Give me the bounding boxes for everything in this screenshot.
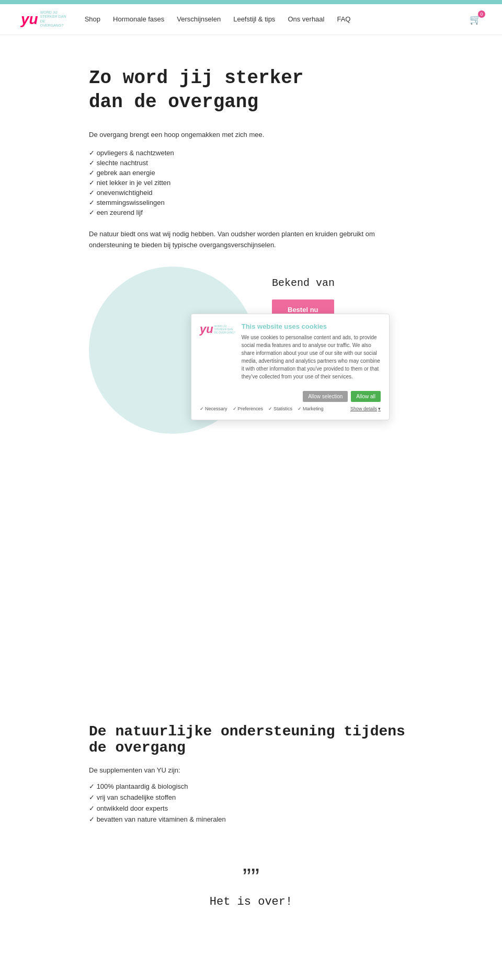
nav-ons-verhaal[interactable]: Ons verhaal bbox=[288, 15, 324, 23]
quote-section: ”” Het is over! bbox=[89, 844, 413, 929]
top-accent-bar bbox=[0, 0, 502, 4]
nav-verschijnselen[interactable]: Verschijnselen bbox=[177, 15, 221, 23]
list-item: opvliegers & nachtzweten bbox=[89, 149, 413, 157]
cookie-title: This website uses cookies bbox=[242, 322, 381, 330]
hero-intro: De overgang brengt een hoop ongemakken m… bbox=[89, 131, 413, 139]
cookie-description: We use cookies to personalise content an… bbox=[242, 333, 381, 381]
nav-leefstijl[interactable]: Leefstijl & tips bbox=[233, 15, 275, 23]
section2-subtitle: De supplementen van YU zijn: bbox=[89, 766, 413, 774]
nav-hormonale-fases[interactable]: Hormonale fases bbox=[113, 15, 164, 23]
checkbox-necessary[interactable]: ✓ Necessary bbox=[200, 406, 227, 411]
logo-tagline: WORD JIJ STERKER DAN DE OVERGANG? bbox=[40, 10, 69, 28]
cart-icon-area[interactable]: 🛒 0 bbox=[470, 14, 481, 25]
nav-faq[interactable]: FAQ bbox=[337, 15, 350, 23]
section2-title: De natuurlijke ondersteuning tijdens de … bbox=[89, 723, 413, 756]
section2-list: 100% plantaardig & biologisch vrij van s… bbox=[89, 782, 413, 823]
list-item: slechte nachtrust bbox=[89, 159, 413, 167]
symptoms-list: opvliegers & nachtzweten slechte nachtru… bbox=[89, 149, 413, 216]
cookie-logo: yu WORD JIJ STERKER DAN DE OVERGANG? bbox=[200, 322, 235, 336]
cookie-section: Vanaf €17,95 Bekend van Bestel nu yu WOR… bbox=[89, 267, 413, 431]
cookie-logo-tagline: WORD JIJ STERKER DAN DE OVERGANG? bbox=[214, 325, 235, 334]
nav-shop[interactable]: Shop bbox=[85, 15, 100, 23]
cookie-popup-header: yu WORD JIJ STERKER DAN DE OVERGANG? Thi… bbox=[200, 322, 381, 381]
checkbox-marketing[interactable]: ✓ Marketing bbox=[298, 406, 324, 411]
checkbox-marketing-label: Marketing bbox=[303, 406, 324, 411]
list-item: onevenwichtigheid bbox=[89, 189, 413, 197]
list-item: bevatten van nature vitaminen & minerale… bbox=[89, 815, 413, 823]
show-details-button[interactable]: Show details ▾ bbox=[350, 406, 381, 411]
allow-all-button[interactable]: Allow all bbox=[351, 391, 381, 402]
hero-title: Zo word jij sterker dan de overgang bbox=[89, 66, 413, 116]
main-content: Zo word jij sterker dan de overgang De o… bbox=[68, 35, 434, 483]
show-details-label: Show details bbox=[350, 406, 377, 411]
quote-text: Het is over! bbox=[110, 895, 392, 908]
checkbox-statistics-label: Statistics bbox=[273, 406, 292, 411]
quote-mark: ”” bbox=[110, 865, 392, 890]
checkbox-statistics-icon: ✓ bbox=[268, 406, 272, 411]
checkbox-preferences-icon: ✓ bbox=[233, 406, 237, 411]
logo-text: yu bbox=[21, 12, 38, 27]
checkbox-necessary-label: Necessary bbox=[205, 406, 227, 411]
list-item: gebrek aan energie bbox=[89, 169, 413, 177]
cookie-popup: yu WORD JIJ STERKER DAN DE OVERGANG? Thi… bbox=[191, 314, 390, 420]
cookie-popup-body: This website uses cookies We use cookies… bbox=[242, 322, 381, 381]
checkbox-marketing-icon: ✓ bbox=[298, 406, 302, 411]
list-item: stemmingswisselingen bbox=[89, 199, 413, 206]
checkbox-preferences[interactable]: ✓ Preferences bbox=[233, 406, 264, 411]
checkbox-preferences-label: Preferences bbox=[238, 406, 264, 411]
cart-badge: 0 bbox=[478, 10, 485, 18]
main-nav: Shop Hormonale fases Verschijnselen Leef… bbox=[85, 15, 470, 23]
allow-selection-button[interactable]: Allow selection bbox=[303, 391, 348, 402]
cookie-logo-text: yu bbox=[200, 322, 213, 336]
cookie-buttons: Allow selection Allow all bbox=[200, 391, 381, 402]
list-item: vrij van schadelijke stoffen bbox=[89, 793, 413, 801]
header: yu WORD JIJ STERKER DAN DE OVERGANG? Sho… bbox=[0, 4, 502, 35]
checkbox-necessary-icon: ✓ bbox=[200, 406, 204, 411]
logo[interactable]: yu WORD JIJ STERKER DAN DE OVERGANG? bbox=[21, 10, 69, 28]
list-item: niet lekker in je vel zitten bbox=[89, 179, 413, 187]
list-item: ontwikkeld door experts bbox=[89, 804, 413, 812]
chevron-down-icon: ▾ bbox=[378, 406, 381, 411]
spacer-section bbox=[0, 483, 502, 692]
list-item: een zeurend lijf bbox=[89, 209, 413, 216]
hero-body-text: De natuur biedt ons wat wij nodig hebben… bbox=[89, 229, 413, 251]
cookie-checkboxes: ✓ Necessary ✓ Preferences ✓ Statistics ✓… bbox=[200, 406, 381, 411]
checkbox-statistics[interactable]: ✓ Statistics bbox=[268, 406, 292, 411]
section2: De natuurlijke ondersteuning tijdens de … bbox=[68, 692, 434, 950]
bekend-van-label: Bekend van bbox=[272, 277, 413, 289]
list-item: 100% plantaardig & biologisch bbox=[89, 782, 413, 790]
